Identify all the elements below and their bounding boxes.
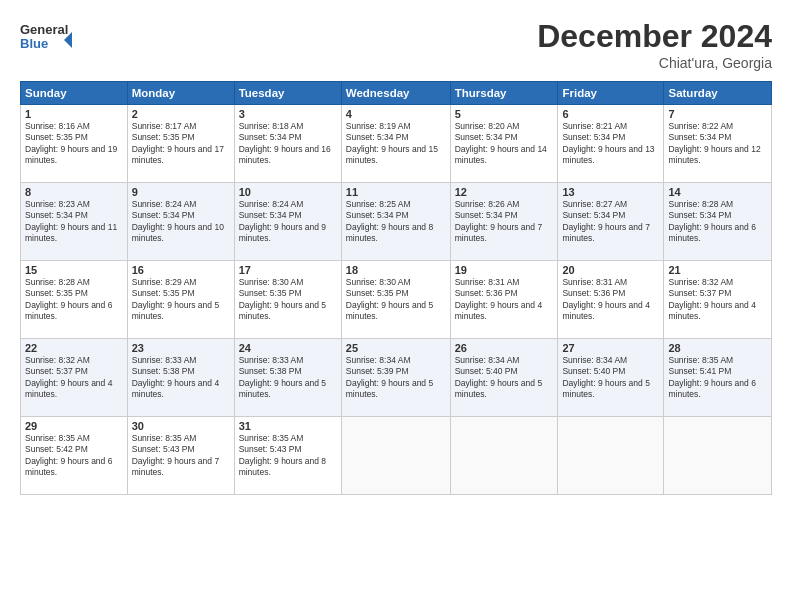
day-number: 9 (132, 186, 230, 198)
day-info: Sunrise: 8:32 AMSunset: 5:37 PMDaylight:… (25, 355, 123, 401)
day-cell: 4Sunrise: 8:19 AMSunset: 5:34 PMDaylight… (341, 105, 450, 183)
col-header-friday: Friday (558, 82, 664, 105)
logo-icon: General Blue (20, 18, 72, 60)
col-header-saturday: Saturday (664, 82, 772, 105)
day-number: 11 (346, 186, 446, 198)
calendar-table: SundayMondayTuesdayWednesdayThursdayFrid… (20, 81, 772, 495)
day-info: Sunrise: 8:34 AMSunset: 5:39 PMDaylight:… (346, 355, 446, 401)
day-info: Sunrise: 8:16 AMSunset: 5:35 PMDaylight:… (25, 121, 123, 167)
day-number: 26 (455, 342, 554, 354)
day-cell: 21Sunrise: 8:32 AMSunset: 5:37 PMDayligh… (664, 261, 772, 339)
week-row-1: 1Sunrise: 8:16 AMSunset: 5:35 PMDaylight… (21, 105, 772, 183)
day-number: 17 (239, 264, 337, 276)
day-cell: 10Sunrise: 8:24 AMSunset: 5:34 PMDayligh… (234, 183, 341, 261)
day-info: Sunrise: 8:26 AMSunset: 5:34 PMDaylight:… (455, 199, 554, 245)
day-number: 2 (132, 108, 230, 120)
day-info: Sunrise: 8:34 AMSunset: 5:40 PMDaylight:… (455, 355, 554, 401)
day-info: Sunrise: 8:35 AMSunset: 5:43 PMDaylight:… (132, 433, 230, 479)
day-cell: 30Sunrise: 8:35 AMSunset: 5:43 PMDayligh… (127, 417, 234, 495)
day-cell: 6Sunrise: 8:21 AMSunset: 5:34 PMDaylight… (558, 105, 664, 183)
day-info: Sunrise: 8:35 AMSunset: 5:43 PMDaylight:… (239, 433, 337, 479)
day-info: Sunrise: 8:35 AMSunset: 5:41 PMDaylight:… (668, 355, 767, 401)
day-info: Sunrise: 8:20 AMSunset: 5:34 PMDaylight:… (455, 121, 554, 167)
day-number: 6 (562, 108, 659, 120)
col-header-monday: Monday (127, 82, 234, 105)
col-header-wednesday: Wednesday (341, 82, 450, 105)
week-row-5: 29Sunrise: 8:35 AMSunset: 5:42 PMDayligh… (21, 417, 772, 495)
day-cell (558, 417, 664, 495)
day-info: Sunrise: 8:33 AMSunset: 5:38 PMDaylight:… (239, 355, 337, 401)
day-number: 20 (562, 264, 659, 276)
col-header-thursday: Thursday (450, 82, 558, 105)
month-title: December 2024 (537, 18, 772, 55)
day-cell: 25Sunrise: 8:34 AMSunset: 5:39 PMDayligh… (341, 339, 450, 417)
day-info: Sunrise: 8:35 AMSunset: 5:42 PMDaylight:… (25, 433, 123, 479)
day-info: Sunrise: 8:28 AMSunset: 5:35 PMDaylight:… (25, 277, 123, 323)
day-cell: 8Sunrise: 8:23 AMSunset: 5:34 PMDaylight… (21, 183, 128, 261)
logo-block: General Blue (20, 18, 72, 64)
day-info: Sunrise: 8:23 AMSunset: 5:34 PMDaylight:… (25, 199, 123, 245)
title-block: December 2024 Chiat'ura, Georgia (537, 18, 772, 71)
day-cell: 22Sunrise: 8:32 AMSunset: 5:37 PMDayligh… (21, 339, 128, 417)
svg-text:Blue: Blue (20, 36, 48, 51)
day-cell: 20Sunrise: 8:31 AMSunset: 5:36 PMDayligh… (558, 261, 664, 339)
day-number: 5 (455, 108, 554, 120)
day-cell (341, 417, 450, 495)
svg-text:General: General (20, 22, 68, 37)
day-number: 7 (668, 108, 767, 120)
day-info: Sunrise: 8:30 AMSunset: 5:35 PMDaylight:… (239, 277, 337, 323)
day-cell: 2Sunrise: 8:17 AMSunset: 5:35 PMDaylight… (127, 105, 234, 183)
day-cell: 16Sunrise: 8:29 AMSunset: 5:35 PMDayligh… (127, 261, 234, 339)
day-cell: 19Sunrise: 8:31 AMSunset: 5:36 PMDayligh… (450, 261, 558, 339)
day-cell: 7Sunrise: 8:22 AMSunset: 5:34 PMDaylight… (664, 105, 772, 183)
day-info: Sunrise: 8:31 AMSunset: 5:36 PMDaylight:… (455, 277, 554, 323)
day-cell: 26Sunrise: 8:34 AMSunset: 5:40 PMDayligh… (450, 339, 558, 417)
day-number: 23 (132, 342, 230, 354)
page: General Blue December 2024 Chiat'ura, Ge… (0, 0, 792, 612)
day-number: 24 (239, 342, 337, 354)
week-row-2: 8Sunrise: 8:23 AMSunset: 5:34 PMDaylight… (21, 183, 772, 261)
day-number: 15 (25, 264, 123, 276)
day-cell: 1Sunrise: 8:16 AMSunset: 5:35 PMDaylight… (21, 105, 128, 183)
day-cell: 28Sunrise: 8:35 AMSunset: 5:41 PMDayligh… (664, 339, 772, 417)
day-number: 28 (668, 342, 767, 354)
day-cell: 24Sunrise: 8:33 AMSunset: 5:38 PMDayligh… (234, 339, 341, 417)
day-info: Sunrise: 8:25 AMSunset: 5:34 PMDaylight:… (346, 199, 446, 245)
day-cell: 15Sunrise: 8:28 AMSunset: 5:35 PMDayligh… (21, 261, 128, 339)
day-number: 14 (668, 186, 767, 198)
day-number: 22 (25, 342, 123, 354)
day-cell: 14Sunrise: 8:28 AMSunset: 5:34 PMDayligh… (664, 183, 772, 261)
day-cell: 29Sunrise: 8:35 AMSunset: 5:42 PMDayligh… (21, 417, 128, 495)
day-info: Sunrise: 8:29 AMSunset: 5:35 PMDaylight:… (132, 277, 230, 323)
day-number: 16 (132, 264, 230, 276)
day-cell: 13Sunrise: 8:27 AMSunset: 5:34 PMDayligh… (558, 183, 664, 261)
day-info: Sunrise: 8:24 AMSunset: 5:34 PMDaylight:… (239, 199, 337, 245)
day-cell: 3Sunrise: 8:18 AMSunset: 5:34 PMDaylight… (234, 105, 341, 183)
day-cell: 23Sunrise: 8:33 AMSunset: 5:38 PMDayligh… (127, 339, 234, 417)
day-info: Sunrise: 8:28 AMSunset: 5:34 PMDaylight:… (668, 199, 767, 245)
day-number: 10 (239, 186, 337, 198)
calendar-header-row: SundayMondayTuesdayWednesdayThursdayFrid… (21, 82, 772, 105)
day-cell: 12Sunrise: 8:26 AMSunset: 5:34 PMDayligh… (450, 183, 558, 261)
day-number: 13 (562, 186, 659, 198)
week-row-3: 15Sunrise: 8:28 AMSunset: 5:35 PMDayligh… (21, 261, 772, 339)
day-info: Sunrise: 8:17 AMSunset: 5:35 PMDaylight:… (132, 121, 230, 167)
location-title: Chiat'ura, Georgia (537, 55, 772, 71)
day-info: Sunrise: 8:33 AMSunset: 5:38 PMDaylight:… (132, 355, 230, 401)
day-cell: 9Sunrise: 8:24 AMSunset: 5:34 PMDaylight… (127, 183, 234, 261)
logo: General Blue (20, 18, 72, 64)
day-cell: 11Sunrise: 8:25 AMSunset: 5:34 PMDayligh… (341, 183, 450, 261)
day-number: 19 (455, 264, 554, 276)
day-info: Sunrise: 8:34 AMSunset: 5:40 PMDaylight:… (562, 355, 659, 401)
week-row-4: 22Sunrise: 8:32 AMSunset: 5:37 PMDayligh… (21, 339, 772, 417)
day-info: Sunrise: 8:32 AMSunset: 5:37 PMDaylight:… (668, 277, 767, 323)
day-info: Sunrise: 8:27 AMSunset: 5:34 PMDaylight:… (562, 199, 659, 245)
day-number: 30 (132, 420, 230, 432)
day-number: 31 (239, 420, 337, 432)
day-info: Sunrise: 8:21 AMSunset: 5:34 PMDaylight:… (562, 121, 659, 167)
day-cell: 5Sunrise: 8:20 AMSunset: 5:34 PMDaylight… (450, 105, 558, 183)
day-number: 4 (346, 108, 446, 120)
day-number: 25 (346, 342, 446, 354)
day-cell: 17Sunrise: 8:30 AMSunset: 5:35 PMDayligh… (234, 261, 341, 339)
day-number: 29 (25, 420, 123, 432)
